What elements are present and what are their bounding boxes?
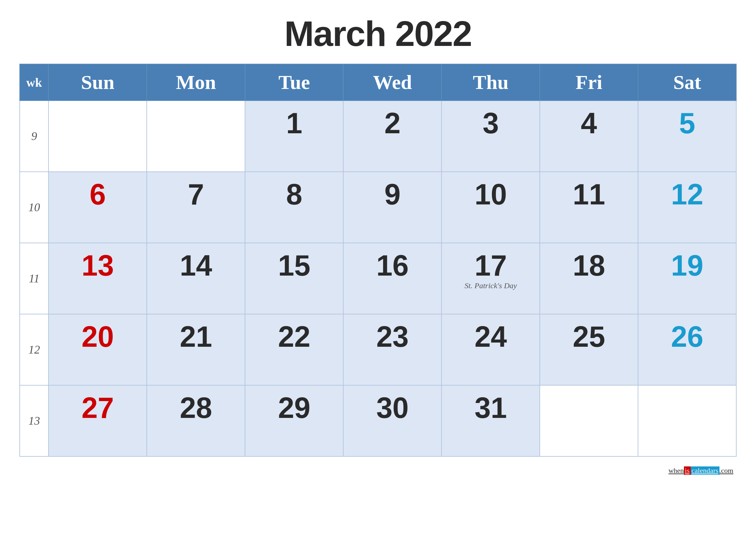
day-cell: 24 [442, 314, 540, 385]
day-cell: 19 [638, 243, 736, 314]
day-number: 14 [153, 251, 239, 280]
day-cell: 11 [540, 172, 638, 243]
bottom-bar: wheniscalendars.com [19, 466, 737, 475]
day-number: 20 [55, 322, 141, 351]
day-number: 10 [448, 180, 534, 209]
day-cell: 8 [245, 172, 343, 243]
day-cell: 29 [245, 385, 343, 456]
day-cell [48, 100, 147, 172]
day-number: 23 [349, 322, 435, 351]
day-cell: 1 [245, 100, 343, 172]
wk-cell: 9 [20, 100, 48, 172]
wk-cell: 11 [20, 243, 48, 314]
header-row: wk Sun Mon Tue Wed Thu Fri Sat [20, 64, 736, 100]
watermark-is: is [684, 466, 691, 475]
day-number: 16 [349, 251, 435, 280]
holiday-label: St. Patrick's Day [448, 281, 534, 290]
mon-header: Mon [147, 64, 245, 100]
wk-cell: 12 [20, 314, 48, 385]
day-cell: 17St. Patrick's Day [442, 243, 540, 314]
day-number: 1 [251, 109, 337, 138]
day-number: 15 [251, 251, 337, 280]
watermark: wheniscalendars.com [668, 466, 733, 475]
day-number: 18 [546, 251, 632, 280]
fri-header: Fri [540, 64, 638, 100]
day-cell: 30 [343, 385, 442, 456]
day-cell [147, 100, 245, 172]
calendar-body: 912345106789101112111314151617St. Patric… [20, 100, 736, 456]
day-number: 3 [448, 109, 534, 138]
sat-header: Sat [638, 64, 736, 100]
day-cell: 22 [245, 314, 343, 385]
day-number: 31 [448, 393, 534, 422]
week-row-11: 111314151617St. Patrick's Day1819 [20, 243, 736, 314]
sun-header: Sun [48, 64, 147, 100]
day-cell: 15 [245, 243, 343, 314]
watermark-com: .com [719, 466, 733, 475]
day-cell: 27 [48, 385, 147, 456]
day-cell [540, 385, 638, 456]
day-cell: 9 [343, 172, 442, 243]
day-number: 17 [448, 251, 534, 280]
day-cell: 10 [442, 172, 540, 243]
day-number: 26 [644, 322, 730, 351]
day-number: 27 [55, 393, 141, 422]
tue-header: Tue [245, 64, 343, 100]
week-row-12: 1220212223242526 [20, 314, 736, 385]
day-cell: 23 [343, 314, 442, 385]
wed-header: Wed [343, 64, 442, 100]
day-cell: 4 [540, 100, 638, 172]
day-number: 6 [55, 180, 141, 209]
day-cell: 2 [343, 100, 442, 172]
day-cell: 25 [540, 314, 638, 385]
day-number: 2 [349, 109, 435, 138]
day-cell: 3 [442, 100, 540, 172]
day-number: 28 [153, 393, 239, 422]
week-row-13: 132728293031 [20, 385, 736, 456]
day-cell: 7 [147, 172, 245, 243]
day-number: 24 [448, 322, 534, 351]
day-number: 11 [546, 180, 632, 209]
wk-header: wk [20, 64, 48, 100]
day-number: 22 [251, 322, 337, 351]
wk-cell: 13 [20, 385, 48, 456]
day-number: 25 [546, 322, 632, 351]
day-cell: 20 [48, 314, 147, 385]
day-number: 30 [349, 393, 435, 422]
watermark-calendars: calendars [691, 466, 719, 475]
day-number: 8 [251, 180, 337, 209]
day-number: 5 [644, 109, 730, 138]
day-cell: 6 [48, 172, 147, 243]
day-cell: 14 [147, 243, 245, 314]
day-cell: 26 [638, 314, 736, 385]
watermark-when: when [668, 466, 684, 475]
week-row-10: 106789101112 [20, 172, 736, 243]
wk-cell: 10 [20, 172, 48, 243]
day-cell: 18 [540, 243, 638, 314]
day-number: 4 [546, 109, 632, 138]
day-cell [638, 385, 736, 456]
thu-header: Thu [442, 64, 540, 100]
day-cell: 13 [48, 243, 147, 314]
week-row-9: 912345 [20, 100, 736, 172]
day-number: 19 [644, 251, 730, 280]
day-cell: 12 [638, 172, 736, 243]
day-cell: 16 [343, 243, 442, 314]
day-cell: 5 [638, 100, 736, 172]
day-cell: 28 [147, 385, 245, 456]
day-cell: 21 [147, 314, 245, 385]
day-number: 13 [55, 251, 141, 280]
day-cell: 31 [442, 385, 540, 456]
calendar-table: wk Sun Mon Tue Wed Thu Fri Sat 912345106… [19, 64, 737, 457]
day-number: 9 [349, 180, 435, 209]
day-number: 12 [644, 180, 730, 209]
page-title: March 2022 [284, 13, 472, 54]
day-number: 21 [153, 322, 239, 351]
day-number: 7 [153, 180, 239, 209]
day-number: 29 [251, 393, 337, 422]
